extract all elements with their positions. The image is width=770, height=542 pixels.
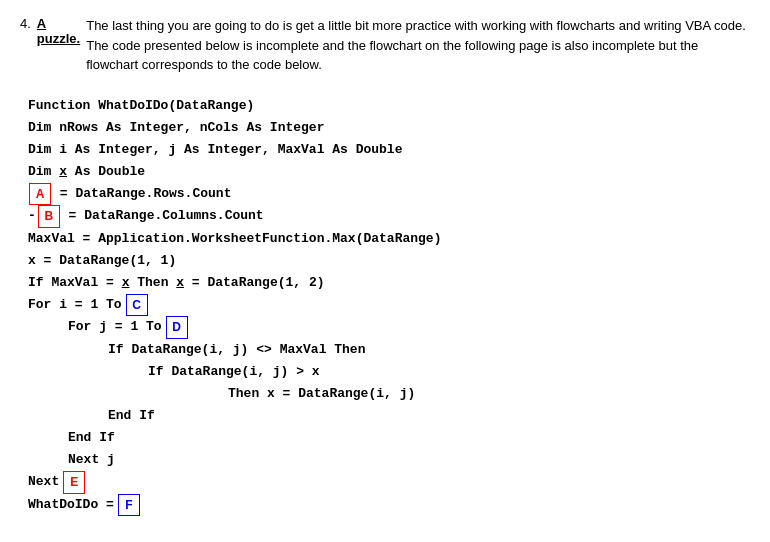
- question-number: 4.: [20, 16, 31, 87]
- code-line-6: MaxVal = Application.WorksheetFunction.M…: [28, 228, 750, 250]
- code-line-10: For j = 1 To D: [68, 316, 750, 338]
- code-line-17: Next E: [28, 471, 750, 493]
- code-line-1: Function WhatDoIDo(DataRange): [28, 95, 750, 117]
- code-text: End If: [108, 405, 155, 427]
- code-text: Dim x As Double: [28, 161, 145, 183]
- code-text: End If: [68, 427, 115, 449]
- code-text: = DataRange.Rows.Count: [52, 183, 231, 205]
- code-text: Next: [28, 471, 59, 493]
- code-text: Then x = DataRange(i, j): [228, 383, 415, 405]
- code-text: Function WhatDoIDo(DataRange): [28, 95, 254, 117]
- code-text: Next j: [68, 449, 115, 471]
- code-line-18: WhatDoIDo = F: [28, 494, 750, 516]
- code-text: Dim nRows As Integer, nCols As Integer: [28, 117, 324, 139]
- code-text: x = DataRange(1, 1): [28, 250, 176, 272]
- code-line-4: Dim x As Double: [28, 161, 750, 183]
- code-text: = DataRange.Columns.Count: [61, 205, 264, 227]
- box-d-label: D: [166, 316, 188, 338]
- code-line-15: End If: [68, 427, 750, 449]
- code-text: For j = 1 To: [68, 316, 162, 338]
- code-line-13: Then x = DataRange(i, j): [228, 383, 750, 405]
- question-intro: The last thing you are going to do is ge…: [86, 16, 750, 75]
- code-line-5a: A = DataRange.Rows.Count: [28, 183, 750, 205]
- box-a-label: A: [29, 183, 51, 205]
- code-text: WhatDoIDo =: [28, 494, 114, 516]
- code-text: For i = 1 To: [28, 294, 122, 316]
- box-c-label: C: [126, 294, 148, 316]
- code-line-12: If DataRange(i, j) > x: [148, 361, 750, 383]
- code-block: Function WhatDoIDo(DataRange) Dim nRows …: [28, 95, 750, 517]
- box-f-label: F: [118, 494, 140, 516]
- code-line-8: If MaxVal = x Then x = DataRange(1, 2): [28, 272, 750, 294]
- code-line-5b: - B = DataRange.Columns.Count: [28, 205, 750, 227]
- code-text: If DataRange(i, j) > x: [148, 361, 320, 383]
- code-text: If MaxVal = x Then x = DataRange(1, 2): [28, 272, 325, 294]
- code-line-2: Dim nRows As Integer, nCols As Integer: [28, 117, 750, 139]
- code-text: MaxVal = Application.WorksheetFunction.M…: [28, 228, 441, 250]
- code-line-16: Next j: [68, 449, 750, 471]
- code-line-9: For i = 1 To C: [28, 294, 750, 316]
- code-text: Dim i As Integer, j As Integer, MaxVal A…: [28, 139, 402, 161]
- code-line-7: x = DataRange(1, 1): [28, 250, 750, 272]
- box-e-label: E: [63, 471, 85, 493]
- code-line-3: Dim i As Integer, j As Integer, MaxVal A…: [28, 139, 750, 161]
- code-line-14: End If: [108, 405, 750, 427]
- code-text: If DataRange(i, j) <> MaxVal Then: [108, 339, 365, 361]
- code-line-11: If DataRange(i, j) <> MaxVal Then: [108, 339, 750, 361]
- question-title: A puzzle.: [37, 16, 80, 87]
- box-b-label: B: [38, 205, 60, 227]
